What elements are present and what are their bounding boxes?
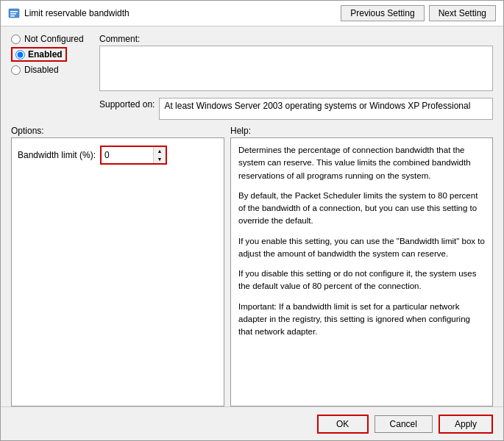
options-help-row: Bandwidth limit (%): ▲ ▼ De <box>11 137 493 406</box>
bandwidth-label: Bandwidth limit (%): <box>18 150 96 160</box>
disabled-text: Disabled <box>24 65 59 75</box>
disabled-radio[interactable] <box>11 65 21 75</box>
help-paragraph: If you disable this setting or do not co… <box>238 268 485 293</box>
dialog-window: Limit reservable bandwidth Previous Sett… <box>0 0 504 441</box>
bandwidth-row: Bandwidth limit (%): ▲ ▼ <box>18 146 218 165</box>
supported-value: At least Windows Server 2003 operating s… <box>159 98 493 120</box>
options-box: Bandwidth limit (%): ▲ ▼ <box>11 137 224 406</box>
help-paragraph: By default, the Packet Scheduler limits … <box>238 190 485 228</box>
supported-label: Supported on: <box>99 98 155 110</box>
help-paragraph: Determines the percentage of connection … <box>238 144 485 182</box>
enabled-radio[interactable] <box>15 50 25 60</box>
right-info-column: Comment: Supported on: At least Windows … <box>99 34 493 120</box>
not-configured-text: Not Configured <box>24 34 84 44</box>
disabled-radio-label[interactable]: Disabled <box>11 65 99 75</box>
enabled-radio-label[interactable]: Enabled <box>11 47 99 62</box>
help-paragraph: Important: If a bandwidth limit is set f… <box>238 301 485 339</box>
top-nav-buttons: Previous Setting Next Setting <box>341 5 496 21</box>
dialog-title: Limit reservable bandwidth <box>24 8 336 18</box>
content-area: Not Configured Enabled Disabled <box>1 26 503 406</box>
bandwidth-input[interactable] <box>102 147 153 163</box>
bandwidth-input-wrapper: ▲ ▼ <box>100 146 167 165</box>
comment-label: Comment: <box>99 34 493 44</box>
svg-rect-2 <box>10 13 16 15</box>
svg-rect-3 <box>10 15 15 17</box>
supported-section: Supported on: At least Windows Server 20… <box>99 98 493 120</box>
options-section-title: Options: <box>11 126 224 136</box>
help-paragraph: If you enable this setting, you can use … <box>238 235 485 261</box>
apply-button[interactable]: Apply <box>439 415 493 434</box>
radio-column: Not Configured Enabled Disabled <box>11 34 99 120</box>
not-configured-radio-label[interactable]: Not Configured <box>11 34 99 44</box>
enabled-wrapper: Enabled <box>11 47 67 62</box>
cancel-button[interactable]: Cancel <box>375 415 433 433</box>
title-bar: Limit reservable bandwidth Previous Sett… <box>1 1 503 26</box>
bottom-bar: OK Cancel Apply <box>1 406 503 440</box>
radio-section: Not Configured Enabled Disabled <box>11 34 99 75</box>
help-box: Determines the percentage of connection … <box>230 137 493 406</box>
section-headers: Options: Help: <box>11 126 493 136</box>
spin-buttons: ▲ ▼ <box>153 147 166 163</box>
next-setting-button[interactable]: Next Setting <box>429 5 496 21</box>
svg-rect-1 <box>10 11 18 12</box>
help-section: Determines the percentage of connection … <box>230 137 493 406</box>
spin-up-button[interactable]: ▲ <box>154 147 166 155</box>
spin-down-button[interactable]: ▼ <box>154 155 166 163</box>
policy-icon <box>8 7 20 19</box>
options-section: Bandwidth limit (%): ▲ ▼ <box>11 137 224 406</box>
enabled-text: Enabled <box>28 49 63 60</box>
ok-button[interactable]: OK <box>317 415 369 434</box>
previous-setting-button[interactable]: Previous Setting <box>341 5 424 21</box>
comment-textarea[interactable] <box>99 46 493 91</box>
top-section: Not Configured Enabled Disabled <box>11 34 493 120</box>
help-section-title: Help: <box>230 126 493 136</box>
not-configured-radio[interactable] <box>11 35 21 44</box>
comment-section: Comment: <box>99 34 493 93</box>
